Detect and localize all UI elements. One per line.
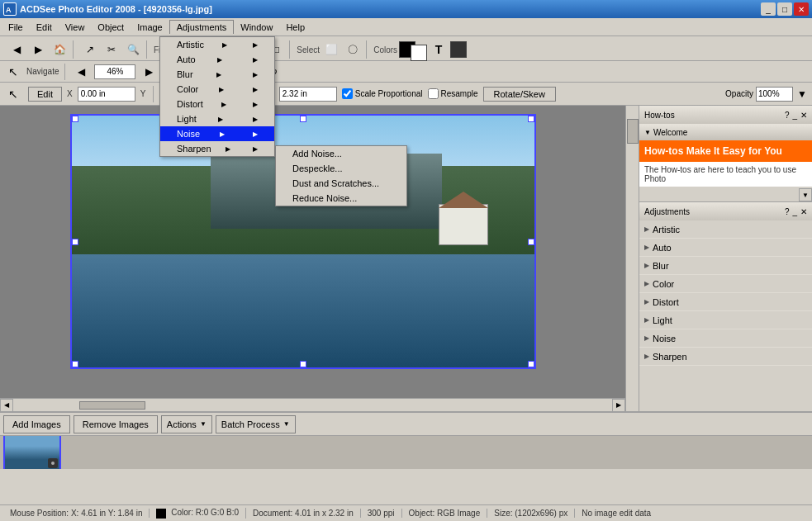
menu-adjustments[interactable]: Adjustments	[169, 20, 235, 34]
adj-artistic[interactable]: ▶ Artistic	[639, 220, 812, 239]
background-color[interactable]	[411, 45, 427, 61]
select-tool[interactable]: ↗	[80, 40, 100, 59]
handle-br[interactable]	[528, 361, 534, 367]
menu-sharpen[interactable]: Sharpen ▶	[160, 141, 274, 156]
adj-light[interactable]: ▶ Light	[639, 311, 812, 329]
zoom-out-btn[interactable]: ◀	[71, 63, 91, 81]
scroll-left-btn[interactable]: ◀	[0, 399, 13, 412]
thumbnail-1[interactable]	[3, 436, 61, 469]
actions-arrow-icon: ▼	[200, 420, 207, 428]
color-info: Color: R:0 G:0 B:0	[150, 508, 246, 518]
question-icon[interactable]: ?	[785, 111, 790, 120]
menu-blur[interactable]: Blur ▶	[160, 67, 274, 82]
pointer-tool[interactable]: ↖	[3, 85, 23, 103]
adj-minimize-btn[interactable]: _	[792, 207, 797, 216]
height-input[interactable]	[279, 87, 337, 102]
adj-close-btn[interactable]: ✕	[800, 207, 807, 216]
adj-noise-arrow: ▶	[644, 334, 649, 342]
water-layer	[72, 254, 534, 367]
adj-auto[interactable]: ▶ Auto	[639, 239, 812, 257]
opacity-input[interactable]	[756, 87, 793, 102]
resample-checkbox[interactable]	[428, 88, 439, 99]
select-rect[interactable]: ⬜	[321, 40, 341, 59]
handle-tc[interactable]	[300, 116, 306, 122]
adj-blur-label: Blur	[653, 261, 669, 271]
howtos-scroll-down[interactable]: ▼	[799, 188, 812, 201]
close-button[interactable]: ✕	[794, 2, 809, 16]
menu-image[interactable]: Image	[131, 21, 169, 34]
scroll-right-btn[interactable]: ▶	[612, 399, 625, 412]
scale-checkbox[interactable]	[342, 88, 353, 99]
text-tool-t[interactable]: T	[429, 40, 449, 59]
main-toolbar: ◀ ▶ 🏠 ↗ ✂ 🔍 Fix 👁 ● Create T □ Select ⬜ …	[0, 36, 812, 61]
minimize-button[interactable]: _	[761, 2, 776, 16]
handle-tl[interactable]	[72, 116, 78, 122]
close-panel-btn[interactable]: ✕	[800, 111, 807, 120]
menu-dust-scratches[interactable]: Dust and Scratches...	[276, 176, 406, 191]
adj-sharpen[interactable]: ▶ Sharpen	[639, 348, 812, 366]
zoom-tool[interactable]: 🔍	[123, 40, 143, 59]
menu-color[interactable]: Color ▶	[160, 82, 274, 97]
menu-blur-label: Blur	[177, 69, 193, 79]
zoom-in-btn[interactable]: ▶	[139, 63, 159, 81]
menu-auto[interactable]: Auto ▶	[160, 52, 274, 67]
rotate-skew-button[interactable]: Rotate/Skew	[483, 87, 556, 102]
handle-mr[interactable]	[528, 239, 534, 245]
scrollbar-vertical[interactable]	[625, 106, 639, 411]
actions-dropdown[interactable]: Actions ▼	[161, 415, 212, 433]
maximize-button[interactable]: □	[777, 2, 792, 16]
menu-noise[interactable]: Noise ▶	[160, 126, 274, 141]
menu-add-noise[interactable]: Add Noise...	[276, 146, 406, 161]
adj-blur[interactable]: ▶ Blur	[639, 257, 812, 275]
right-panel: How-tos ? _ ✕ ▼ Welcome How-tos Make It …	[639, 106, 812, 411]
adj-noise[interactable]: ▶ Noise	[639, 329, 812, 348]
menu-file[interactable]: File	[2, 21, 30, 34]
scrollbar-horizontal[interactable]: ◀ ▶	[0, 398, 625, 411]
adj-color-arrow: ▶	[644, 280, 649, 287]
menu-light[interactable]: Light ▶	[160, 111, 274, 126]
toolbar-section-colors: Colors T	[370, 38, 470, 61]
menu-artistic-label: Artistic	[177, 40, 204, 50]
menu-help[interactable]: Help	[279, 21, 311, 34]
toolbar-section-select: Select ⬜ 〇	[293, 40, 367, 59]
menu-view[interactable]: View	[59, 21, 92, 34]
zoom-input[interactable]	[94, 64, 135, 79]
opacity-dropdown-btn[interactable]: ▼	[795, 85, 809, 103]
handle-bc[interactable]	[300, 361, 306, 367]
menu-despeckle[interactable]: Despeckle...	[276, 161, 406, 176]
y-label: Y	[140, 89, 146, 98]
edit-button[interactable]: Edit	[28, 87, 62, 102]
add-images-button[interactable]: Add Images	[3, 415, 70, 433]
scroll-track-h	[13, 400, 612, 410]
select-lasso[interactable]: 〇	[343, 40, 363, 59]
scroll-thumb-h[interactable]	[79, 401, 145, 410]
color-picker[interactable]	[450, 41, 467, 58]
thumb-icon-1	[48, 458, 58, 468]
handle-tr[interactable]	[528, 116, 534, 122]
menu-window[interactable]: Window	[234, 21, 279, 34]
status-bar: Mouse Position: X: 4.61 in Y: 1.84 in Co…	[0, 504, 812, 521]
arrow-tool[interactable]: ↖	[3, 63, 23, 81]
remove-images-button[interactable]: Remove Images	[74, 415, 158, 433]
adj-distort[interactable]: ▶ Distort	[639, 293, 812, 311]
adj-question-icon[interactable]: ?	[785, 207, 790, 216]
back-button[interactable]: ◀	[7, 40, 26, 59]
toolbar-section-tools: ↗ ✂ 🔍	[77, 40, 147, 59]
adj-color[interactable]: ▶ Color	[639, 275, 812, 293]
home-button[interactable]: 🏠	[50, 40, 69, 59]
menu-artistic[interactable]: Artistic ▶	[160, 37, 274, 52]
welcome-tab[interactable]: ▼ Welcome	[639, 124, 812, 140]
menu-object[interactable]: Object	[91, 21, 131, 34]
batch-process-dropdown[interactable]: Batch Process ▼	[216, 415, 296, 433]
handle-ml[interactable]	[72, 239, 78, 245]
menu-edit[interactable]: Edit	[30, 21, 59, 34]
x-input[interactable]	[78, 87, 135, 102]
house-roof	[439, 192, 488, 208]
forward-button[interactable]: ▶	[28, 40, 48, 59]
menu-distort[interactable]: Distort ▶	[160, 97, 274, 111]
minimize-panel-btn[interactable]: _	[792, 111, 797, 120]
crop-tool[interactable]: ✂	[102, 40, 121, 59]
separator-1	[64, 64, 65, 80]
menu-reduce-noise[interactable]: Reduce Noise...	[276, 191, 406, 206]
handle-bl[interactable]	[72, 361, 78, 367]
